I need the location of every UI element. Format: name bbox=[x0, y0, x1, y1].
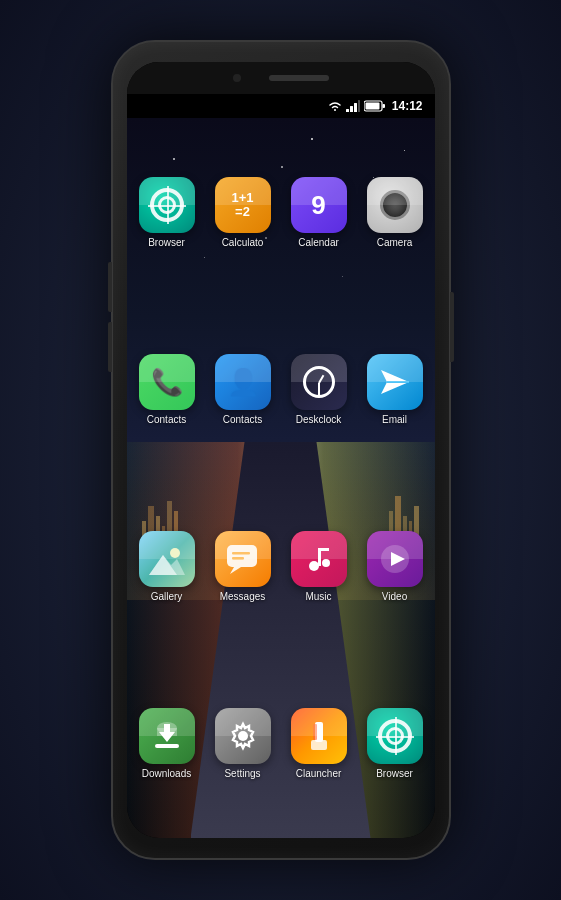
signal-icon bbox=[346, 100, 360, 112]
svg-rect-15 bbox=[232, 552, 250, 555]
app-icon-music bbox=[291, 531, 347, 587]
paint-icon bbox=[303, 720, 335, 752]
app-label-email: Email bbox=[382, 414, 407, 425]
svg-rect-2 bbox=[354, 103, 357, 112]
cal-icon-number: 9 bbox=[311, 190, 325, 221]
app-item-email[interactable]: Email bbox=[359, 303, 431, 476]
app-label-browser: Browser bbox=[148, 237, 185, 248]
svg-rect-23 bbox=[155, 744, 179, 748]
phone-screen: 14:12 bbox=[127, 62, 435, 838]
status-icons: 14:12 bbox=[328, 99, 423, 113]
svg-rect-6 bbox=[365, 103, 379, 110]
svg-rect-30 bbox=[313, 724, 317, 740]
app-label-downloads: Downloads bbox=[142, 768, 191, 779]
app-icon-camera bbox=[367, 177, 423, 233]
app-label-contacts-blue: Contacts bbox=[223, 414, 262, 425]
gear-icon bbox=[227, 720, 259, 752]
phone-icon: 📞 bbox=[151, 367, 183, 398]
app-icon-deskclock bbox=[291, 354, 347, 410]
speaker-grille bbox=[269, 75, 329, 81]
app-item-camera[interactable]: Camera bbox=[359, 126, 431, 299]
person-icon: 👤 bbox=[227, 367, 259, 398]
wifi-icon bbox=[328, 100, 342, 112]
phone-frame: 14:12 bbox=[111, 40, 451, 860]
app-icon-settings bbox=[215, 708, 271, 764]
app-icon-browser bbox=[139, 177, 195, 233]
app-item-browser[interactable]: Browser bbox=[131, 126, 203, 299]
app-item-music[interactable]: Music bbox=[283, 480, 355, 653]
time-display: 14:12 bbox=[392, 99, 423, 113]
svg-rect-0 bbox=[346, 109, 349, 112]
svg-point-25 bbox=[157, 722, 177, 734]
app-item-video[interactable]: Video bbox=[359, 480, 431, 653]
chat-icon bbox=[226, 544, 260, 574]
svg-rect-29 bbox=[311, 740, 327, 750]
play-icon bbox=[379, 543, 411, 575]
side-button-vol-down[interactable] bbox=[108, 322, 112, 372]
clock-icon bbox=[303, 366, 335, 398]
app-label-deskclock: Deskclock bbox=[296, 414, 342, 425]
svg-rect-5 bbox=[382, 104, 385, 108]
svg-rect-19 bbox=[318, 548, 321, 566]
svg-rect-3 bbox=[358, 100, 360, 112]
app-item-clauncher[interactable]: Clauncher bbox=[283, 657, 355, 830]
app-icon-calculator: 1+1=2 bbox=[215, 177, 271, 233]
app-label-gallery: Gallery bbox=[151, 591, 183, 602]
svg-rect-1 bbox=[350, 106, 353, 112]
svg-rect-26 bbox=[157, 728, 177, 736]
app-grid: Browser 1+1=2 Calculato 9 Calendar bbox=[127, 118, 435, 838]
front-camera bbox=[233, 74, 241, 82]
app-icon-clauncher bbox=[291, 708, 347, 764]
side-button-vol-up[interactable] bbox=[108, 262, 112, 312]
svg-marker-14 bbox=[230, 567, 241, 574]
app-label-browser2: Browser bbox=[376, 768, 413, 779]
svg-rect-13 bbox=[227, 545, 257, 567]
app-label-music: Music bbox=[305, 591, 331, 602]
app-item-contacts-blue[interactable]: 👤 Contacts bbox=[207, 303, 279, 476]
svg-rect-20 bbox=[318, 548, 329, 551]
app-item-calendar[interactable]: 9 Calendar bbox=[283, 126, 355, 299]
app-label-video: Video bbox=[382, 591, 407, 602]
app-item-contacts-green[interactable]: 📞 Contacts bbox=[131, 303, 203, 476]
app-item-browser2[interactable]: Browser bbox=[359, 657, 431, 830]
app-icon-gallery bbox=[139, 531, 195, 587]
music-icon bbox=[304, 544, 334, 574]
app-item-settings[interactable]: Settings bbox=[207, 657, 279, 830]
camera-lens-icon bbox=[380, 190, 410, 220]
status-bar: 14:12 bbox=[127, 94, 435, 118]
app-item-messages[interactable]: Messages bbox=[207, 480, 279, 653]
side-button-power[interactable] bbox=[450, 292, 454, 362]
app-item-deskclock[interactable]: Deskclock bbox=[283, 303, 355, 476]
app-label-calculator: Calculato bbox=[222, 237, 264, 248]
browser-ring-icon bbox=[150, 188, 184, 222]
svg-point-27 bbox=[238, 731, 248, 741]
svg-point-17 bbox=[309, 561, 319, 571]
browser2-ring-icon bbox=[378, 719, 412, 753]
svg-rect-16 bbox=[232, 557, 244, 560]
app-item-downloads[interactable]: Downloads bbox=[131, 657, 203, 830]
top-bar bbox=[127, 62, 435, 94]
download-icon bbox=[151, 720, 183, 752]
battery-icon bbox=[364, 100, 386, 112]
clock-hand-minute bbox=[318, 383, 320, 395]
app-icon-video bbox=[367, 531, 423, 587]
mountain-icon bbox=[149, 543, 185, 575]
app-icon-contacts-blue: 👤 bbox=[215, 354, 271, 410]
app-label-settings: Settings bbox=[224, 768, 260, 779]
app-label-camera: Camera bbox=[377, 237, 413, 248]
app-label-contacts-green: Contacts bbox=[147, 414, 186, 425]
app-icon-email bbox=[367, 354, 423, 410]
app-icon-contacts-green: 📞 bbox=[139, 354, 195, 410]
app-label-messages: Messages bbox=[220, 591, 266, 602]
app-icon-messages bbox=[215, 531, 271, 587]
calc-icon-text: 1+1=2 bbox=[231, 191, 253, 220]
svg-point-18 bbox=[322, 559, 330, 567]
screen-content: Browser 1+1=2 Calculato 9 Calendar bbox=[127, 118, 435, 838]
app-label-clauncher: Clauncher bbox=[296, 768, 342, 779]
app-item-calculator[interactable]: 1+1=2 Calculato bbox=[207, 126, 279, 299]
svg-marker-24 bbox=[159, 724, 175, 742]
app-item-gallery[interactable]: Gallery bbox=[131, 480, 203, 653]
app-icon-browser2 bbox=[367, 708, 423, 764]
app-icon-calendar: 9 bbox=[291, 177, 347, 233]
app-label-calendar: Calendar bbox=[298, 237, 339, 248]
